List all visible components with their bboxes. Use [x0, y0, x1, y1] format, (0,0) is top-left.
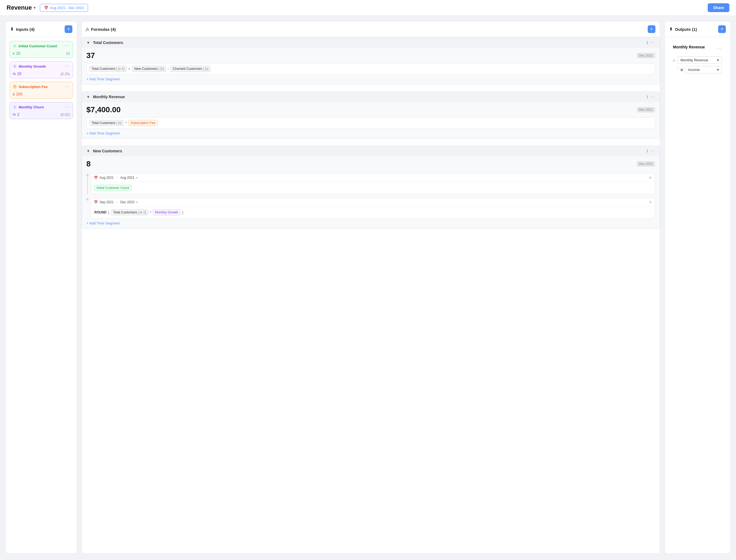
- output-item-header: Monthly Revenue ···: [673, 45, 722, 53]
- round-func: ROUND: [94, 210, 106, 214]
- formula-section-body-tc: 37 Dec 2021 Total Customers | [x-1] + Ne…: [82, 48, 660, 84]
- app-title: Revenue ▾: [7, 4, 35, 11]
- input-card-body-growth: % 25 (0.25): [10, 70, 73, 78]
- expr-op-tc-1: +: [128, 67, 131, 71]
- formula-title-mr: Monthly Revenue: [93, 95, 125, 99]
- input-display-churn: (0.02): [61, 112, 70, 117]
- formula-section-body-mr: $7,400.00 Dec 2021 Total Customers | [x]…: [82, 102, 660, 139]
- outputs-panel-body: Monthly Revenue ··· 𝑓𝑥 Monthly Revenue ▾…: [665, 37, 730, 553]
- input-card-body-churn: % 2 (0.02): [10, 111, 73, 119]
- outputs-panel-header: ⬆ Outputs (1) +: [665, 21, 730, 37]
- formula-section-monthly-revenue: ▼ Monthly Revenue ℹ ··· $7,400.00 Dec 20…: [82, 91, 660, 139]
- inputs-add-button[interactable]: +: [65, 25, 72, 33]
- info-icon-mr: ℹ: [647, 95, 648, 99]
- expr-op-tc-2: -: [168, 67, 169, 71]
- input-display-growth: (0.25): [61, 72, 70, 76]
- expr-token-nc-mg: Monthly Growth: [153, 209, 180, 215]
- input-card-header-initial: i Initial Customer Count ···: [10, 41, 73, 50]
- input-value-left-initial: # 15: [13, 51, 20, 56]
- seg2-close-icon[interactable]: ✕: [649, 200, 652, 204]
- output-formula-value: Monthly Revenue: [680, 58, 708, 62]
- info-icon-nc: ℹ: [647, 149, 648, 153]
- output-column-select[interactable]: Income ▾: [685, 66, 722, 73]
- formula-date-tc: Dec 2021: [637, 53, 655, 58]
- inputs-panel-body: i Initial Customer Count ··· # 15 15: [6, 37, 77, 553]
- formula-section-header-mr: ▼ Monthly Revenue ℹ ···: [82, 92, 660, 102]
- formula-date-nc: Dec 2021: [637, 161, 655, 167]
- seg1-chevron[interactable]: ▾: [136, 176, 138, 180]
- cal-icon-2: 📅: [94, 200, 98, 204]
- time-segment-date-1: 📅 Aug 2021 → Aug 2021 ▾: [94, 176, 138, 180]
- collapse-btn-mr[interactable]: ▼: [86, 94, 91, 99]
- info-icon-growth: i: [13, 64, 17, 68]
- formula-section-title-mr: ▼ Monthly Revenue: [86, 94, 125, 99]
- formula-section-title-tc: ▼ Total Customers: [86, 40, 123, 45]
- expr-token-icc: Initial Customer Count: [94, 185, 131, 191]
- seg1-end: Aug 2021: [120, 176, 134, 180]
- outputs-upload-icon: ⬆: [669, 27, 673, 32]
- main-content: ⬇ Inputs (4) + i Initial Customer Count …: [0, 16, 736, 559]
- input-card-header-left-initial: i Initial Customer Count: [13, 44, 57, 48]
- formula-menu-mr[interactable]: ···: [650, 94, 656, 99]
- inputs-panel-header: ⬇ Inputs (4) +: [6, 21, 77, 37]
- output-row-formula: 𝑓𝑥 Monthly Revenue ▾: [673, 56, 722, 64]
- time-segment-header-1: 📅 Aug 2021 → Aug 2021 ▾ ✕: [91, 174, 655, 182]
- formula-menu-tc[interactable]: ···: [650, 40, 656, 45]
- input-menu-churn[interactable]: ···: [64, 105, 70, 109]
- date-range-button[interactable]: 📅 Aug 2021 - Dec 2023: [40, 4, 88, 12]
- inputs-label: Inputs (4): [16, 27, 35, 32]
- percent-icon-churn: %: [13, 112, 16, 117]
- formulas-add-button[interactable]: +: [648, 25, 655, 33]
- input-card-body-fee: $ 200: [10, 91, 73, 98]
- formula-title-tc: Total Customers: [93, 40, 123, 45]
- input-value-growth: 25: [17, 72, 22, 76]
- formulas-label: Formulas (4): [91, 27, 116, 32]
- info-icon-churn: i: [13, 105, 17, 109]
- formula-section-header-tc: ▼ Total Customers ℹ ···: [82, 37, 660, 48]
- formula-date-mr: Dec 2021: [637, 107, 655, 112]
- input-card-header-left-churn: i Monthly Churn: [13, 105, 44, 109]
- collapse-btn-nc[interactable]: ▼: [86, 149, 91, 153]
- input-value-fee: 200: [16, 92, 22, 96]
- formula-number-nc: 8: [86, 160, 91, 168]
- dollar-icon-fee: $: [13, 92, 15, 96]
- formula-menu-nc[interactable]: ···: [650, 149, 656, 153]
- formulas-panel: 𝑓𝑥 Formulas (4) + ▼ Total Customers ℹ ··…: [81, 21, 660, 554]
- output-formula-select[interactable]: Monthly Revenue ▾: [677, 56, 722, 64]
- output-menu-mr[interactable]: ···: [716, 46, 722, 51]
- seg2-start: Sep 2021: [100, 200, 114, 204]
- output-item-monthly-revenue: Monthly Revenue ··· 𝑓𝑥 Monthly Revenue ▾…: [669, 41, 726, 77]
- formula-number-tc: 37: [86, 51, 95, 60]
- tree-branch-icon: └: [676, 67, 679, 72]
- formula-value-nc: 8 Dec 2021: [86, 160, 655, 168]
- collapse-btn-tc[interactable]: ▼: [86, 40, 91, 45]
- input-menu-initial[interactable]: ···: [64, 43, 70, 48]
- input-card-monthly-churn: i Monthly Churn ··· % 2 (0.02): [10, 102, 73, 119]
- input-label-fee: Subscription Fee: [19, 85, 48, 89]
- share-button[interactable]: Share: [708, 3, 729, 12]
- round-mul: *: [150, 210, 151, 215]
- add-time-segment-mr[interactable]: + Add Time Segment: [86, 131, 120, 135]
- expr-token-mr-2: Subscription Fee: [128, 120, 158, 126]
- formula-expr-tc: Total Customers | [x-1] + New Customers …: [86, 63, 655, 74]
- add-time-segment-tc[interactable]: + Add Time Segment: [86, 77, 120, 81]
- input-menu-growth[interactable]: ···: [64, 64, 70, 69]
- add-time-segment-nc[interactable]: + Add Time Segment: [86, 221, 120, 225]
- title-chevron-icon[interactable]: ▾: [34, 6, 35, 10]
- expr-op-mr-1: *: [125, 121, 127, 125]
- arrow-icon-2: →: [115, 200, 119, 204]
- time-segment-body-1: Initial Customer Count: [91, 182, 655, 194]
- output-column-chevron: ▾: [717, 68, 719, 72]
- segment-line-2: [86, 196, 89, 218]
- output-title-mr: Monthly Revenue: [673, 45, 705, 49]
- outputs-add-button[interactable]: +: [718, 25, 726, 33]
- round-close: ): [182, 210, 183, 215]
- input-label-churn: Monthly Churn: [19, 105, 44, 109]
- input-card-body-initial: # 15 15: [10, 50, 73, 58]
- formula-header-actions-tc: ℹ ···: [647, 40, 656, 45]
- seg1-close-icon[interactable]: ✕: [649, 175, 652, 180]
- input-value-left-growth: % 25: [13, 72, 21, 76]
- seg2-chevron[interactable]: ▾: [136, 201, 138, 204]
- input-value-initial: 15: [16, 51, 20, 56]
- input-menu-fee[interactable]: ···: [64, 84, 70, 89]
